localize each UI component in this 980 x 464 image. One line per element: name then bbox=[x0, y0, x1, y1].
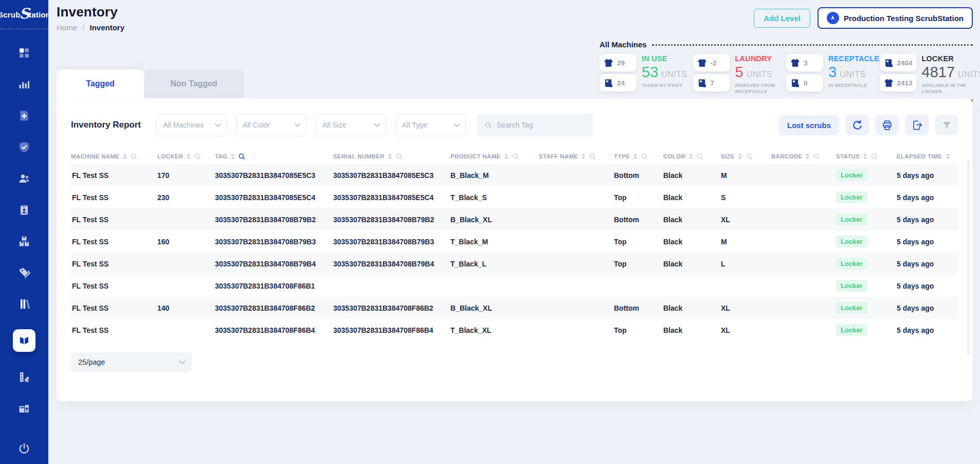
column-label: STAFF NAME bbox=[539, 153, 578, 159]
stat-card: -27 LAUNDRY 5UNITS REMOVED FROM RECEPTAC… bbox=[693, 54, 787, 95]
cell-locker: 160 bbox=[157, 238, 215, 246]
dotted-divider bbox=[652, 44, 973, 46]
status-badge: Locker bbox=[836, 324, 867, 336]
column-label: LOCKER bbox=[157, 153, 183, 159]
analytics-icon[interactable] bbox=[13, 78, 35, 91]
column-header-locker[interactable]: LOCKER bbox=[157, 153, 215, 160]
filter-group: All MachinesAll ColorAll SizeAll Type bbox=[156, 114, 466, 136]
status-badge: Locker bbox=[836, 302, 867, 314]
main-content: Inventory Home / Inventory Add Level Pro… bbox=[48, 0, 980, 464]
filter-icon[interactable] bbox=[935, 115, 958, 135]
cell-machine-name: FL Test SS bbox=[71, 238, 157, 246]
add-report-icon[interactable] bbox=[13, 110, 35, 122]
inventory-report-card: Inventory Report All MachinesAll ColorAl… bbox=[57, 98, 973, 401]
cell-product-name: T_Black_S bbox=[450, 193, 539, 202]
cell-status: Locker bbox=[836, 169, 897, 181]
shirt-icon bbox=[790, 58, 800, 68]
stat-caption: IN RECEPTACLE bbox=[828, 82, 879, 88]
cell-tag: 3035307B2831B384708F86B1 bbox=[215, 282, 333, 290]
filter-value: All Color bbox=[243, 121, 270, 129]
refresh-icon[interactable] bbox=[845, 115, 869, 135]
library-icon[interactable] bbox=[13, 298, 35, 310]
inventory-book-icon[interactable] bbox=[13, 329, 35, 352]
column-label: STATUS bbox=[836, 153, 860, 159]
table-row[interactable]: FL Test SS1703035307B2831B3847085E5C3303… bbox=[71, 164, 958, 186]
cell-size: S bbox=[721, 193, 771, 202]
print-icon[interactable] bbox=[875, 115, 899, 135]
search-tag-box bbox=[477, 114, 593, 136]
table-row[interactable]: FL Test SS1603035307B2831B384708B79B3303… bbox=[71, 230, 958, 253]
dispenser-export-icon[interactable] bbox=[13, 402, 35, 415]
table-row[interactable]: FL Test SS1403035307B2831B384708F86B2303… bbox=[71, 297, 958, 319]
column-header-elapsed-time[interactable]: ELAPSED TIME bbox=[897, 153, 958, 159]
stat-chip: 0 bbox=[786, 74, 823, 92]
id-badge-icon[interactable] bbox=[13, 204, 35, 216]
cell-tag: 3035307B2831B384708F86B4 bbox=[215, 326, 333, 334]
stat-caption: REMOVED FROM RECEPTACLE bbox=[735, 82, 787, 95]
report-actions: Lost scrubs bbox=[779, 115, 958, 135]
lost-scrubs-button[interactable]: Lost scrubs bbox=[779, 115, 839, 135]
export-icon[interactable] bbox=[905, 115, 929, 135]
table-row[interactable]: FL Test SS2303035307B2831B3847085E5C4303… bbox=[71, 186, 958, 208]
all-size-select[interactable]: All Size bbox=[316, 114, 386, 136]
stat-label: RECEPTACLE bbox=[828, 55, 879, 63]
column-label: ELAPSED TIME bbox=[897, 153, 942, 159]
column-header-serial-number[interactable]: SERIAL NUMBER bbox=[333, 153, 450, 160]
column-header-staff-name[interactable]: STAFF NAME bbox=[539, 153, 614, 160]
cell-product-name: B_Black_XL bbox=[450, 304, 539, 312]
table-row[interactable]: FL Test SS3035307B2831B384708B79B2303530… bbox=[71, 208, 958, 230]
swatches-icon[interactable] bbox=[13, 371, 35, 383]
column-label: TYPE bbox=[614, 153, 630, 159]
cell-elapsed-time: 5 days ago bbox=[897, 193, 958, 202]
chip-count: 24 bbox=[617, 79, 625, 87]
cell-serial-number: 3035307B2831B3847085E5C3 bbox=[333, 171, 450, 180]
table-row[interactable]: FL Test SS3035307B2831B384708F86B1Locker… bbox=[71, 275, 958, 297]
staff-icon[interactable] bbox=[13, 172, 35, 185]
page-size-value: 25/page bbox=[78, 358, 105, 366]
dashboard-icon[interactable] bbox=[13, 47, 35, 59]
packages-icon[interactable] bbox=[13, 235, 35, 247]
column-header-type[interactable]: TYPE bbox=[614, 153, 663, 160]
table-body: FL Test SS1703035307B2831B3847085E5C3303… bbox=[71, 164, 958, 341]
column-header-color[interactable]: COLOR bbox=[663, 153, 721, 160]
all-color-select[interactable]: All Color bbox=[236, 114, 306, 136]
column-header-product-name[interactable]: PRODUCT NAME bbox=[450, 153, 539, 160]
search-tag-input[interactable] bbox=[497, 121, 586, 129]
cell-type: Top bbox=[614, 238, 663, 246]
stat-label: LAUNDRY bbox=[735, 55, 787, 63]
shield-check-icon[interactable] bbox=[13, 141, 35, 153]
column-header-barcode[interactable]: BARCODE bbox=[771, 153, 836, 160]
breadcrumb-home-link[interactable]: Home bbox=[57, 23, 77, 32]
power-icon[interactable] bbox=[13, 442, 35, 455]
add-level-button[interactable]: Add Level bbox=[754, 9, 810, 28]
all-machines-select[interactable]: All Machines bbox=[156, 114, 227, 136]
column-header-size[interactable]: SIZE bbox=[721, 153, 771, 160]
column-header-status[interactable]: STATUS bbox=[836, 153, 897, 160]
cell-type: Bottom bbox=[614, 216, 663, 224]
cell-size: XL bbox=[721, 216, 771, 224]
column-header-tag[interactable]: TAG bbox=[215, 153, 333, 160]
cell-type: Top bbox=[614, 326, 663, 334]
pants-icon bbox=[884, 58, 894, 68]
all-type-select[interactable]: All Type bbox=[395, 114, 466, 136]
cell-elapsed-time: 5 days ago bbox=[897, 260, 958, 268]
page-size-select[interactable]: 25/page bbox=[71, 352, 192, 372]
cell-serial-number: 3035307B2831B3847085E5C4 bbox=[333, 193, 450, 202]
page-title: Inventory bbox=[57, 4, 124, 20]
cell-color: Black bbox=[663, 238, 721, 246]
tab-non-tagged[interactable]: Non Tagged bbox=[144, 69, 244, 98]
stat-number: 3 bbox=[828, 64, 837, 81]
table-row[interactable]: FL Test SS3035307B2831B384708F86B4303530… bbox=[71, 319, 958, 341]
cell-status: Locker bbox=[836, 236, 897, 247]
table-scrollbar[interactable] bbox=[967, 160, 970, 355]
column-label: MACHINE NAME bbox=[71, 153, 119, 159]
cell-tag: 3035307B2831B384708F86B2 bbox=[215, 304, 333, 312]
chip-count: 7 bbox=[711, 79, 715, 87]
tags-icon[interactable] bbox=[13, 266, 35, 279]
station-selector-button[interactable]: Production Testing ScrubStation bbox=[818, 7, 973, 29]
column-header-machine-name[interactable]: MACHINE NAME bbox=[71, 153, 157, 160]
tab-tagged[interactable]: Tagged bbox=[57, 69, 144, 98]
stat-caption: TAKEN BY STAFF bbox=[642, 82, 687, 88]
column-label: BARCODE bbox=[771, 153, 802, 159]
table-row[interactable]: FL Test SS3035307B2831B384708B79B4303530… bbox=[71, 253, 958, 275]
